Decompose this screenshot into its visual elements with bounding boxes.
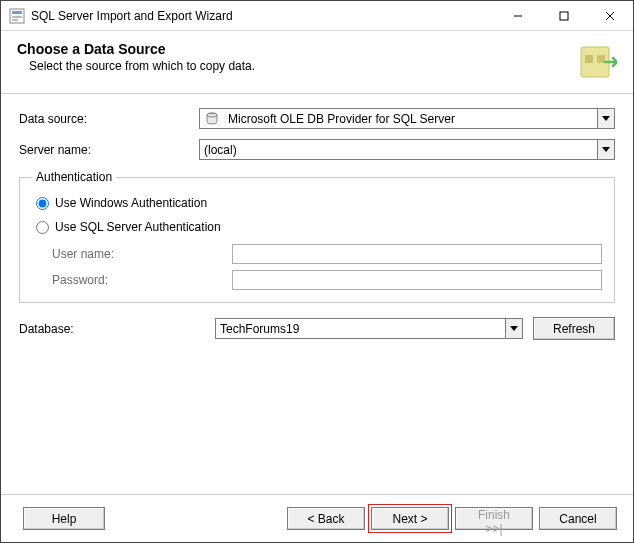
titlebar: SQL Server Import and Export Wizard [1,1,633,31]
finish-button[interactable]: Finish >>| [455,507,533,530]
authentication-group: Authentication Use Windows Authenticatio… [19,170,615,303]
server-name-label: Server name: [19,143,199,157]
close-button[interactable] [587,1,633,30]
cancel-button[interactable]: Cancel [539,507,617,530]
sql-auth-radio[interactable] [36,221,49,234]
password-label: Password: [52,273,232,287]
server-name-input[interactable] [200,140,597,159]
password-input[interactable] [232,270,602,290]
windows-auth-radio[interactable] [36,197,49,210]
sql-auth-option[interactable]: Use SQL Server Authentication [36,220,602,234]
authentication-legend: Authentication [32,170,116,184]
wizard-icon [575,41,617,83]
database-icon [204,111,220,127]
windows-auth-option[interactable]: Use Windows Authentication [36,196,602,210]
data-source-label: Data source: [19,112,199,126]
wizard-header: Choose a Data Source Select the source f… [1,31,633,94]
dropdown-button[interactable] [597,140,614,159]
dropdown-button[interactable] [597,109,614,128]
help-button[interactable]: Help [23,507,105,530]
username-label: User name: [52,247,232,261]
next-button[interactable]: Next > [371,507,449,530]
database-input[interactable] [216,319,505,338]
svg-rect-1 [12,11,22,14]
svg-rect-2 [12,16,22,18]
svg-rect-3 [12,19,18,21]
refresh-button[interactable]: Refresh [533,317,615,340]
database-combo[interactable] [215,318,523,339]
database-label: Database: [19,322,215,336]
dropdown-button[interactable] [505,319,522,338]
svg-rect-5 [560,12,568,20]
sql-auth-label: Use SQL Server Authentication [55,220,221,234]
server-name-combo[interactable] [199,139,615,160]
maximize-button[interactable] [541,1,587,30]
data-source-value: Microsoft OLE DB Provider for SQL Server [224,112,597,126]
app-icon [9,8,25,24]
svg-rect-9 [585,55,593,63]
content-area: Data source: Microsoft OLE DB Provider f… [1,94,633,348]
window-title: SQL Server Import and Export Wizard [31,9,495,23]
wizard-footer: Help < Back Next > Finish >>| Cancel [1,494,633,542]
minimize-button[interactable] [495,1,541,30]
windows-auth-label: Use Windows Authentication [55,196,207,210]
username-input[interactable] [232,244,602,264]
page-title: Choose a Data Source [17,41,575,57]
page-subtitle: Select the source from which to copy dat… [17,59,575,73]
data-source-combo[interactable]: Microsoft OLE DB Provider for SQL Server [199,108,615,129]
back-button[interactable]: < Back [287,507,365,530]
